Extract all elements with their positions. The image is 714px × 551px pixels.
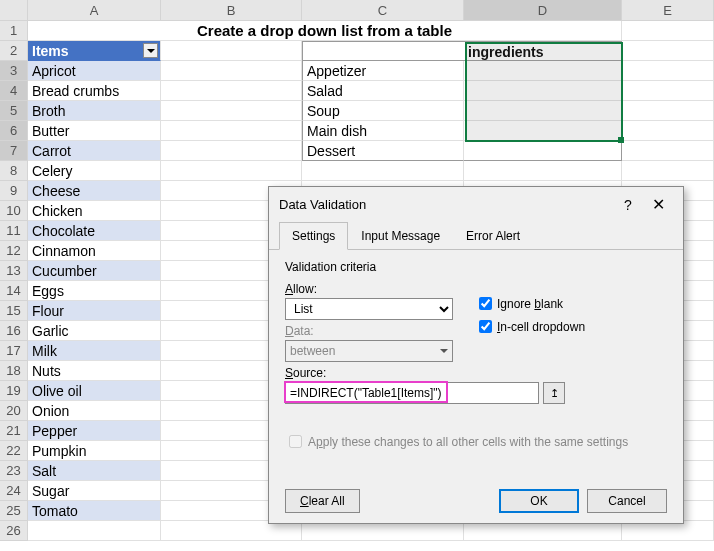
items-cell[interactable]: Chocolate	[28, 221, 161, 241]
choose-header[interactable]	[302, 41, 464, 61]
ingredient-dropdown-cell[interactable]	[464, 61, 622, 81]
col-header-E[interactable]: E	[622, 0, 714, 21]
tab-input-message[interactable]: Input Message	[348, 222, 453, 250]
row-header[interactable]: 19	[0, 381, 28, 401]
ingredient-dropdown-cell[interactable]	[464, 101, 622, 121]
select-all-corner[interactable]	[0, 0, 28, 21]
items-cell[interactable]: Garlic	[28, 321, 161, 341]
row-header[interactable]: 10	[0, 201, 28, 221]
items-cell[interactable]: Cucumber	[28, 261, 161, 281]
row-header[interactable]: 15	[0, 301, 28, 321]
items-cell[interactable]: Salt	[28, 461, 161, 481]
dish-cell[interactable]: Dessert	[302, 141, 464, 161]
row-header[interactable]: 9	[0, 181, 28, 201]
row-header[interactable]: 7	[0, 141, 28, 161]
clear-all-button[interactable]: Clear All	[285, 489, 360, 513]
cell[interactable]	[161, 61, 302, 81]
row-header[interactable]: 16	[0, 321, 28, 341]
cell[interactable]	[622, 161, 714, 181]
row-header[interactable]: 3	[0, 61, 28, 81]
cell[interactable]	[622, 61, 714, 81]
items-cell[interactable]: Cinnamon	[28, 241, 161, 261]
col-header-B[interactable]: B	[161, 0, 302, 21]
row-header[interactable]: 6	[0, 121, 28, 141]
row-header[interactable]: 14	[0, 281, 28, 301]
row-header[interactable]: 20	[0, 401, 28, 421]
items-cell[interactable]: Pepper	[28, 421, 161, 441]
allow-dropdown[interactable]: List	[285, 298, 453, 320]
items-cell[interactable]: Broth	[28, 101, 161, 121]
cell[interactable]	[28, 521, 161, 541]
row-header[interactable]: 5	[0, 101, 28, 121]
items-cell[interactable]: Butter	[28, 121, 161, 141]
items-cell[interactable]: Nuts	[28, 361, 161, 381]
items-cell[interactable]: Milk	[28, 341, 161, 361]
cell[interactable]	[622, 141, 714, 161]
cell[interactable]	[302, 161, 464, 181]
ok-button[interactable]: OK	[499, 489, 579, 513]
cell[interactable]	[622, 81, 714, 101]
row-header[interactable]: 4	[0, 81, 28, 101]
cell[interactable]	[161, 101, 302, 121]
row-header[interactable]: 8	[0, 161, 28, 181]
items-cell[interactable]: Pumpkin	[28, 441, 161, 461]
items-cell[interactable]: Sugar	[28, 481, 161, 501]
items-cell[interactable]: Eggs	[28, 281, 161, 301]
page-title[interactable]: Create a drop down list from a table	[28, 21, 622, 41]
row-header[interactable]: 23	[0, 461, 28, 481]
items-cell[interactable]: Chicken	[28, 201, 161, 221]
tab-error-alert[interactable]: Error Alert	[453, 222, 533, 250]
cell[interactable]	[161, 521, 302, 541]
ingredient-dropdown-cell[interactable]	[464, 121, 622, 141]
items-cell[interactable]: Carrot	[28, 141, 161, 161]
incell-dropdown-input[interactable]	[479, 320, 492, 333]
cell[interactable]	[464, 521, 622, 541]
cell[interactable]	[622, 21, 714, 41]
close-icon[interactable]: ✕	[643, 195, 673, 214]
cell[interactable]	[622, 41, 714, 61]
items-cell[interactable]: Celery	[28, 161, 161, 181]
cell[interactable]	[161, 141, 302, 161]
cell[interactable]	[302, 521, 464, 541]
incell-dropdown-checkbox[interactable]: In-cell dropdown	[475, 317, 667, 336]
filter-dropdown-icon[interactable]	[143, 43, 158, 58]
row-header[interactable]: 22	[0, 441, 28, 461]
cell[interactable]	[161, 121, 302, 141]
cell[interactable]	[464, 161, 622, 181]
cell[interactable]	[161, 81, 302, 101]
dish-cell[interactable]: Soup	[302, 101, 464, 121]
row-header[interactable]: 13	[0, 261, 28, 281]
ignore-blank-checkbox[interactable]: Ignore blank	[475, 294, 667, 313]
source-input[interactable]	[285, 382, 539, 404]
col-header-C[interactable]: C	[302, 0, 464, 21]
row-header[interactable]: 2	[0, 41, 28, 61]
dish-cell[interactable]: Main dish	[302, 121, 464, 141]
cell[interactable]	[622, 101, 714, 121]
items-table-header[interactable]: Items	[28, 41, 161, 61]
row-header[interactable]: 11	[0, 221, 28, 241]
col-header-D[interactable]: D	[464, 0, 622, 21]
ingredient-dropdown-cell[interactable]	[464, 81, 622, 101]
cell[interactable]	[161, 161, 302, 181]
collapse-dialog-icon[interactable]: ↥	[543, 382, 565, 404]
cancel-button[interactable]: Cancel	[587, 489, 667, 513]
items-cell[interactable]: Bread crumbs	[28, 81, 161, 101]
items-cell[interactable]: Apricot	[28, 61, 161, 81]
ignore-blank-input[interactable]	[479, 297, 492, 310]
dish-cell[interactable]: Appetizer	[302, 61, 464, 81]
col-header-A[interactable]: A	[28, 0, 161, 21]
help-button[interactable]: ?	[613, 197, 643, 213]
items-cell[interactable]: Flour	[28, 301, 161, 321]
items-cell[interactable]: Olive oil	[28, 381, 161, 401]
choose-header-text[interactable]: Choose the ingredients	[464, 41, 622, 61]
row-header[interactable]: 25	[0, 501, 28, 521]
items-cell[interactable]: Cheese	[28, 181, 161, 201]
items-cell[interactable]: Onion	[28, 401, 161, 421]
row-header[interactable]: 21	[0, 421, 28, 441]
cell[interactable]	[161, 41, 302, 61]
row-header[interactable]: 24	[0, 481, 28, 501]
row-header[interactable]: 12	[0, 241, 28, 261]
row-header[interactable]: 18	[0, 361, 28, 381]
items-cell[interactable]: Tomato	[28, 501, 161, 521]
row-header[interactable]: 17	[0, 341, 28, 361]
